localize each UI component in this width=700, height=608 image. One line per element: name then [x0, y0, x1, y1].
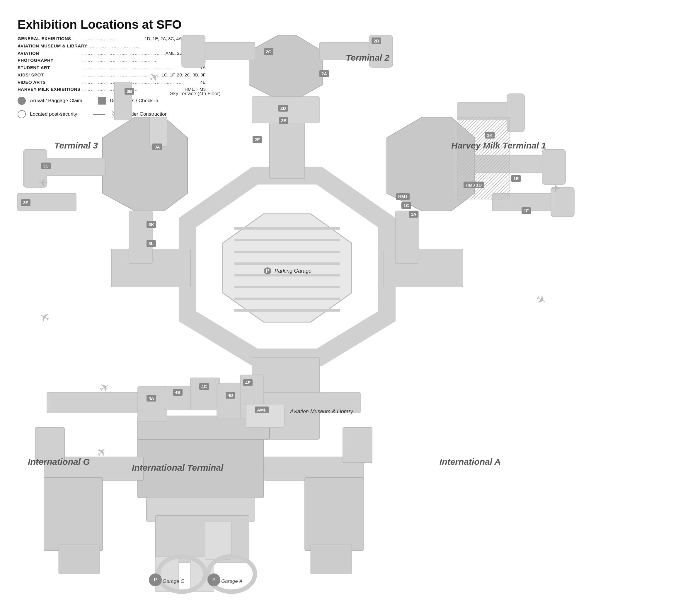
terminal3-label: Terminal 3: [54, 140, 98, 151]
svg-rect-6: [205, 521, 232, 559]
gate-1e: 1E: [511, 175, 521, 182]
gate-4a: 4A: [147, 395, 156, 401]
svg-marker-35: [103, 117, 187, 211]
gate-1a: 1A: [409, 211, 419, 217]
gate-2f: 2F: [253, 136, 262, 143]
gate-4b: 4B: [173, 389, 183, 396]
svg-rect-14: [311, 545, 352, 574]
gate-4c: 4C: [199, 383, 209, 390]
svg-rect-46: [542, 149, 566, 185]
gate-3k: 3K: [147, 221, 156, 228]
gate-4d: 4D: [226, 392, 235, 399]
svg-text:P: P: [154, 577, 157, 582]
gate-2b: 2B: [371, 37, 381, 44]
terminal2-label: Terminal 2: [346, 53, 389, 63]
gate-1k: 1K: [485, 132, 495, 138]
svg-rect-10: [59, 545, 99, 574]
gate-2d: 2D: [278, 105, 288, 112]
gate-3f: 3F: [21, 199, 31, 206]
svg-rect-13: [305, 477, 363, 551]
gate-aml: AML: [255, 406, 269, 413]
gate-1c: 1C: [401, 202, 411, 209]
gate-3b: 3B: [125, 88, 134, 95]
svg-rect-56: [190, 378, 220, 410]
svg-text:P: P: [213, 577, 216, 582]
airplane-icon-hm-right: ✈: [551, 182, 561, 195]
airport-map: P P: [0, 0, 700, 608]
gate-hm1: HM1: [396, 193, 410, 200]
svg-rect-9: [44, 477, 103, 551]
airplane-icon-t3left: ✈: [38, 176, 48, 189]
svg-rect-51: [47, 393, 147, 413]
harvey-milk-label: Harvey Milk Terminal 1: [451, 140, 546, 151]
international-a-label: International A: [440, 457, 501, 467]
svg-rect-12: [343, 428, 372, 463]
svg-rect-25: [270, 114, 305, 179]
svg-marker-29: [249, 35, 322, 99]
gate-3l: 3L: [147, 240, 156, 247]
svg-rect-54: [138, 386, 167, 422]
svg-rect-31: [182, 35, 205, 68]
gate-2e: 2E: [279, 117, 288, 124]
gate-4e: 4E: [243, 379, 253, 386]
gate-1f: 1F: [521, 207, 531, 214]
garage-g-label: Garage G: [163, 578, 185, 584]
sky-terrace-label: Sky Terrace (4th Floor): [170, 91, 221, 97]
svg-rect-41: [149, 117, 167, 147]
international-g-label: International G: [28, 457, 90, 467]
svg-rect-5: [190, 556, 214, 592]
parking-garage-label: P Parking Garage: [264, 268, 311, 274]
garage-a-label: Garage A: [221, 578, 242, 584]
svg-rect-49: [395, 211, 419, 264]
gate-3c: 3C: [41, 163, 51, 169]
page: Exhibition Locations at SFO GENERAL EXHI…: [0, 0, 700, 608]
svg-rect-40: [129, 211, 152, 264]
svg-rect-57: [217, 384, 243, 419]
aviation-museum-label: Aviation Museum & Library: [290, 408, 353, 415]
gate-hm3-1d: HM3 1D: [463, 182, 484, 188]
gate-3a: 3A: [152, 144, 162, 150]
gate-2c: 2C: [264, 48, 273, 55]
international-label: International Terminal: [132, 463, 223, 473]
gate-2a: 2A: [319, 70, 329, 77]
